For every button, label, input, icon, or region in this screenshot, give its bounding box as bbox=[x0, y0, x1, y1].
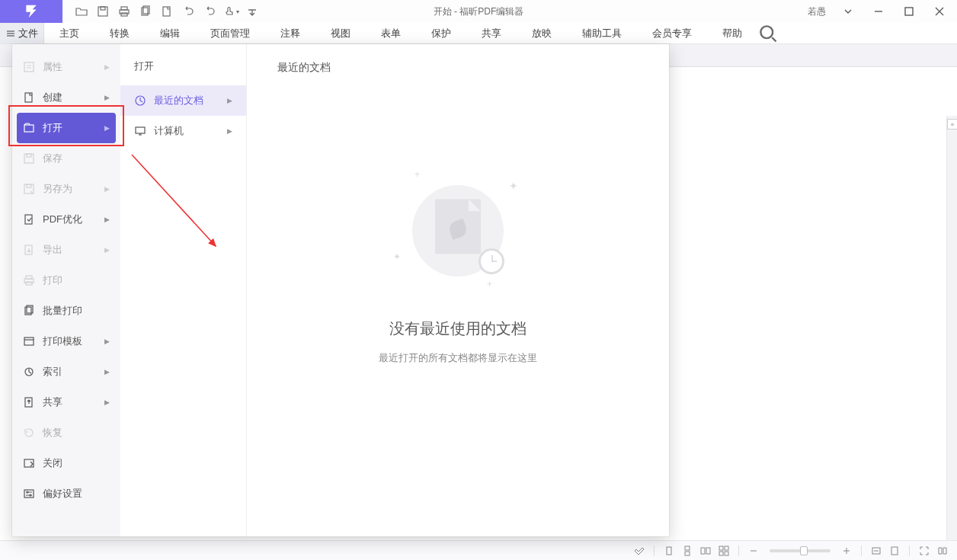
file-menu-template[interactable]: 打印模板▶ bbox=[12, 326, 120, 357]
close-button[interactable] bbox=[927, 2, 952, 21]
app-logo bbox=[0, 0, 62, 23]
open-source-list: 打开 最近的文档▶计算机▶ bbox=[120, 44, 247, 536]
share-icon bbox=[23, 396, 35, 408]
file-menu-open[interactable]: 打开▶ bbox=[17, 113, 116, 143]
recent-documents-panel: 最近的文档 + ✦ ✦ + 没有最近使用的文档 最近打开的所有文档都将显示在这里 bbox=[247, 44, 669, 536]
title-bar: ▾ 开始 - 福昕PDF编辑器 若愚 bbox=[0, 0, 957, 23]
svg-rect-24 bbox=[24, 338, 34, 345]
zoom-slider[interactable] bbox=[770, 549, 831, 552]
right-panel-toggle[interactable]: « bbox=[947, 119, 957, 130]
file-menu-restore: 恢复 bbox=[12, 418, 120, 448]
svg-rect-40 bbox=[725, 546, 728, 550]
right-panel-gutter: « bbox=[946, 116, 957, 540]
file-tab[interactable]: 文件 bbox=[0, 23, 44, 43]
file-menu-share[interactable]: 共享▶ bbox=[12, 387, 120, 418]
chevron-right-icon: ▶ bbox=[104, 124, 110, 132]
ribbon-tab-6[interactable]: 表单 bbox=[366, 23, 416, 43]
sb-hand-icon[interactable] bbox=[632, 544, 646, 558]
prefs-icon bbox=[23, 488, 35, 500]
chevron-right-icon: ▶ bbox=[104, 368, 110, 376]
sb-fit-page-icon[interactable] bbox=[888, 544, 901, 558]
batchprint-icon bbox=[23, 305, 35, 317]
restore-icon bbox=[23, 427, 35, 439]
qa-redo-icon[interactable] bbox=[200, 2, 219, 21]
ribbon-tab-2[interactable]: 编辑 bbox=[145, 23, 195, 43]
svg-rect-28 bbox=[24, 490, 34, 498]
sb-zoom-out-icon[interactable] bbox=[747, 544, 760, 558]
file-menu-index[interactable]: 索引▶ bbox=[12, 357, 120, 387]
qa-undo-icon[interactable] bbox=[178, 2, 198, 21]
maximize-button[interactable] bbox=[896, 2, 922, 21]
ribbon-tab-3[interactable]: 页面管理 bbox=[195, 23, 265, 43]
qa-open-icon[interactable] bbox=[72, 2, 91, 21]
optimize-icon bbox=[23, 213, 35, 226]
sb-continuous-facing-icon[interactable] bbox=[717, 544, 731, 558]
file-menu-batchprint[interactable]: 批量打印 bbox=[12, 296, 120, 326]
recent-icon bbox=[134, 94, 146, 107]
svg-rect-15 bbox=[24, 184, 34, 194]
user-dropdown-icon[interactable] bbox=[835, 2, 861, 21]
svg-point-9 bbox=[760, 26, 773, 38]
qa-new-icon[interactable] bbox=[157, 2, 177, 21]
svg-rect-8 bbox=[905, 8, 913, 15]
open-panel-title: 打开 bbox=[120, 55, 246, 85]
qa-save-icon[interactable] bbox=[93, 2, 113, 21]
svg-rect-34 bbox=[667, 547, 671, 555]
empty-state-icon: + ✦ ✦ + bbox=[393, 166, 523, 296]
file-menu-saveas: 另存为▶ bbox=[12, 174, 120, 204]
svg-rect-13 bbox=[24, 154, 34, 163]
ribbon-search-icon[interactable] bbox=[757, 23, 779, 43]
qa-print-icon[interactable] bbox=[114, 2, 134, 21]
minimize-button[interactable] bbox=[866, 2, 891, 21]
empty-heading: 没有最近使用的文档 bbox=[389, 318, 527, 339]
ribbon-tab-8[interactable]: 共享 bbox=[466, 23, 517, 43]
sb-zoom-in-icon[interactable] bbox=[840, 544, 853, 558]
svg-rect-41 bbox=[719, 552, 723, 555]
ribbon-tab-12[interactable]: 帮助 bbox=[707, 23, 757, 43]
svg-rect-38 bbox=[706, 548, 710, 554]
ribbon-tab-0[interactable]: 主页 bbox=[44, 23, 94, 43]
sb-facing-icon[interactable] bbox=[699, 544, 712, 558]
chevron-right-icon: ▶ bbox=[104, 398, 110, 406]
properties-icon bbox=[23, 61, 35, 73]
user-name[interactable]: 若愚 bbox=[803, 5, 831, 18]
computer-icon bbox=[134, 125, 146, 137]
svg-rect-10 bbox=[24, 62, 34, 72]
qa-touch-icon[interactable]: ▾ bbox=[221, 2, 241, 21]
sb-read-mode-icon[interactable] bbox=[936, 544, 949, 558]
file-menu-sidebar: 属性▶创建▶打开▶保存另存为▶PDF优化▶导出▶打印批量打印打印模板▶索引▶共享… bbox=[12, 44, 120, 536]
open-source-recent[interactable]: 最近的文档▶ bbox=[120, 85, 246, 116]
svg-point-29 bbox=[27, 491, 28, 493]
recent-title: 最近的文档 bbox=[277, 61, 331, 75]
ribbon-tab-9[interactable]: 放映 bbox=[517, 23, 567, 43]
hamburger-icon bbox=[6, 29, 15, 38]
sb-single-page-icon[interactable] bbox=[662, 544, 676, 558]
save-icon bbox=[23, 152, 35, 165]
ribbon-tab-10[interactable]: 辅助工具 bbox=[567, 23, 637, 43]
sb-continuous-icon[interactable] bbox=[680, 544, 694, 558]
create-icon bbox=[23, 91, 35, 104]
file-menu-prefs[interactable]: 偏好设置 bbox=[12, 478, 120, 509]
file-menu-create[interactable]: 创建▶ bbox=[12, 82, 120, 113]
svg-rect-16 bbox=[27, 184, 31, 187]
ribbon-tab-1[interactable]: 转换 bbox=[94, 23, 145, 43]
qa-copy-icon[interactable] bbox=[136, 2, 155, 21]
ribbon-tab-7[interactable]: 保护 bbox=[416, 23, 466, 43]
svg-rect-44 bbox=[891, 547, 898, 555]
sb-fit-width-icon[interactable] bbox=[869, 544, 883, 558]
chevron-right-icon: ▶ bbox=[104, 94, 110, 101]
file-menu-optimize[interactable]: PDF优化▶ bbox=[12, 204, 120, 235]
file-menu-close[interactable]: 关闭 bbox=[12, 448, 120, 478]
saveas-icon bbox=[23, 183, 35, 195]
ribbon-tabs: 文件 主页转换编辑页面管理注释视图表单保护共享放映辅助工具会员专享帮助 bbox=[0, 23, 957, 44]
ribbon-tab-4[interactable]: 注释 bbox=[265, 23, 315, 43]
template-icon bbox=[23, 335, 35, 347]
svg-rect-32 bbox=[136, 127, 145, 133]
open-source-computer[interactable]: 计算机▶ bbox=[120, 116, 246, 146]
ribbon-tab-11[interactable]: 会员专享 bbox=[637, 23, 707, 43]
sb-fullscreen-icon[interactable] bbox=[917, 544, 931, 558]
svg-point-30 bbox=[30, 494, 31, 496]
chevron-right-icon: ▶ bbox=[104, 63, 110, 71]
qa-customize-icon[interactable] bbox=[242, 2, 262, 21]
ribbon-tab-5[interactable]: 视图 bbox=[315, 23, 366, 43]
